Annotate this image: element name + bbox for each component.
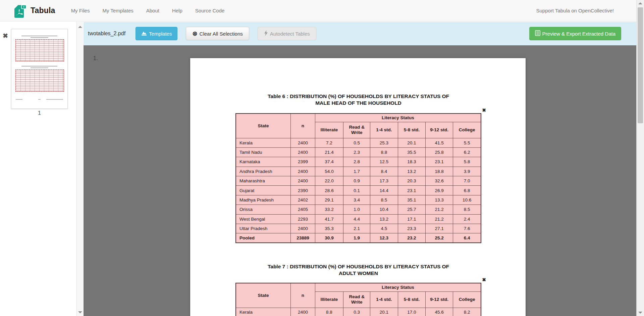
table-cell: 6.4 — [453, 233, 481, 243]
pdf-data-table: StatenLiteracy StatusIlliterateRead &Wri… — [235, 113, 481, 243]
table6-title-line1: Table 6 : DISTRIBUTION (%) OF HOUSEHOLDS… — [235, 93, 481, 100]
table-cell: 2399 — [291, 157, 315, 167]
table6-title: Table 6 : DISTRIBUTION (%) OF HOUSEHOLDS… — [235, 93, 481, 106]
table-cell: 13.3 — [426, 195, 453, 205]
table-cell: 5.5 — [453, 138, 481, 147]
table-cell: 13.2 — [370, 214, 398, 224]
document-filename: twotables_2.pdf — [88, 31, 125, 37]
thumb-title-line — [21, 36, 57, 36]
nav-item-my-templates[interactable]: My Templates — [96, 8, 140, 13]
table-header-cell: Literacy Status — [315, 114, 481, 122]
scroll-up-icon[interactable] — [78, 26, 82, 28]
table-cell: 1.7 — [343, 167, 370, 176]
nav-item-about[interactable]: About — [140, 8, 166, 13]
table-cell: 21.4 — [315, 147, 343, 157]
table-header-cell: 1-4 std. — [370, 291, 398, 308]
table6-selection[interactable]: ✖ StatenLiteracy StatusIlliterateRead &W… — [235, 113, 481, 242]
table-cell: 1.0 — [343, 205, 370, 214]
table-header-cell: Read &Write — [343, 122, 370, 138]
lock-icon — [21, 3, 26, 9]
table-cell: 8.2 — [453, 308, 481, 316]
autodetect-button-label: Autodetect Tables — [270, 31, 310, 37]
page-scrollbar[interactable] — [636, 0, 644, 316]
table-cell: 2402 — [291, 195, 315, 205]
table-cell: 6.2 — [453, 147, 481, 157]
table-cell: 17.3 — [370, 176, 398, 186]
table-cell: 8.5 — [453, 205, 481, 214]
table-cell: 2.1 — [343, 224, 370, 233]
table-row: Karnataka239937.42.812.518.323.15.8 — [236, 157, 481, 167]
brand[interactable]: Tabula — [13, 3, 55, 18]
table-header-cell: 9-12 std. — [426, 291, 453, 308]
scrollbar-thumb[interactable] — [638, 7, 643, 123]
scroll-down-icon[interactable] — [638, 312, 642, 314]
top-navbar: Tabula My Files My Templates About Help … — [0, 0, 644, 21]
table-cell: 2.3 — [343, 147, 370, 157]
table-cell: 4.4 — [343, 214, 370, 224]
table-cell: Kerala — [236, 308, 291, 316]
table-cell: 3.9 — [453, 167, 481, 176]
sidebar-scrollbar[interactable] — [76, 22, 83, 316]
thumb-selection-table6 — [15, 39, 64, 61]
table-cell: Pooled — [236, 233, 291, 243]
table-row: Madhya Pradesh240229.13.48.535.113.310.6 — [236, 195, 481, 205]
table-cell: Madhya Pradesh — [236, 195, 291, 205]
templates-button[interactable]: Templates — [136, 27, 177, 40]
table-cell: 2405 — [291, 205, 315, 214]
table-cell: 12.5 — [370, 157, 398, 167]
table-row: Andhra Pradesh240054.01.78.413.218.83.9 — [236, 167, 481, 176]
export-table-icon — [535, 30, 540, 37]
table7-title: Table 7 : DISTRIBUTION (%) OF HOUSEHOLDS… — [235, 263, 481, 277]
table-cell: 23.1 — [398, 186, 426, 195]
thumbnail-sidebar: ✖ 1 — [0, 22, 76, 316]
table-cell: 33.2 — [315, 205, 343, 214]
table-header-cell: 5-8 std. — [398, 291, 426, 308]
scroll-down-icon[interactable] — [78, 311, 82, 313]
autodetect-tables-button[interactable]: Autodetect Tables — [258, 27, 316, 40]
nav-links: My Files My Templates About Help Source … — [65, 8, 231, 13]
table-cell: 21.2 — [426, 205, 453, 214]
pdf-canvas[interactable]: 1. Table 6 : DISTRIBUTION (%) OF HOUSEHO… — [84, 45, 636, 316]
clear-button-label: Clear All Selections — [200, 31, 243, 37]
scroll-up-icon[interactable] — [638, 2, 642, 4]
table6-title-line2: MALE HEAD OF THE HOUSEHOLD — [235, 100, 481, 106]
table-cell: Tamil Nadu — [236, 147, 291, 157]
remove-page-icon[interactable]: ✖ — [3, 33, 8, 39]
table7-selection[interactable]: ✖ StatenLiteracy StatusIlliterateRead &W… — [235, 283, 481, 316]
table-cell: 54.0 — [315, 167, 343, 176]
table-cell: 25.7 — [398, 205, 426, 214]
thumb-footer-mark — [16, 99, 22, 100]
table-cell: 25.3 — [370, 138, 398, 147]
table-cell: Karnataka — [236, 157, 291, 167]
table-cell: 0.3 — [343, 308, 370, 316]
export-button-label: Preview & Export Extracted Data — [542, 31, 615, 37]
nav-item-help[interactable]: Help — [166, 8, 189, 13]
table-header-cell: Illiterate — [315, 122, 343, 138]
thumb-title-line — [31, 37, 48, 38]
brand-title: Tabula — [31, 6, 55, 15]
table-row: West Bengal229341.74.413.217.121.22.4 — [236, 214, 481, 224]
page-thumbnail[interactable] — [11, 29, 68, 109]
thumb-title-line — [21, 66, 57, 66]
table-cell: 2.4 — [453, 214, 481, 224]
nav-item-my-files[interactable]: My Files — [65, 8, 96, 13]
table-row: Gujarat239028.60.114.423.126.96.8 — [236, 186, 481, 195]
thumb-selection-table7 — [15, 70, 64, 92]
table-cell: Uttar Pradesh — [236, 224, 291, 233]
table-cell: 25.2 — [426, 233, 453, 243]
table-cell: 2400 — [291, 224, 315, 233]
table7-selection-close-icon[interactable]: ✖ — [482, 277, 486, 282]
support-link[interactable]: Support Tabula on OpenCollective! — [536, 8, 614, 13]
table-cell: Maharashtra — [236, 176, 291, 186]
table-header-cell: 1-4 std. — [370, 122, 398, 138]
table-cell: 3.4 — [343, 195, 370, 205]
table-row: Tamil Nadu240021.42.38.835.525.86.2 — [236, 147, 481, 157]
clear-all-selections-button[interactable]: ⊗ Clear All Selections — [186, 27, 249, 40]
table-cell: 13.2 — [398, 167, 426, 176]
preview-export-button[interactable]: Preview & Export Extracted Data — [529, 27, 621, 40]
nav-item-source-code[interactable]: Source Code — [189, 8, 231, 13]
table-cell: 2390 — [291, 186, 315, 195]
pdf-page[interactable]: Table 6 : DISTRIBUTION (%) OF HOUSEHOLDS… — [190, 58, 526, 316]
table6-selection-close-icon[interactable]: ✖ — [482, 107, 486, 113]
table-cell: 8.8 — [370, 147, 398, 157]
